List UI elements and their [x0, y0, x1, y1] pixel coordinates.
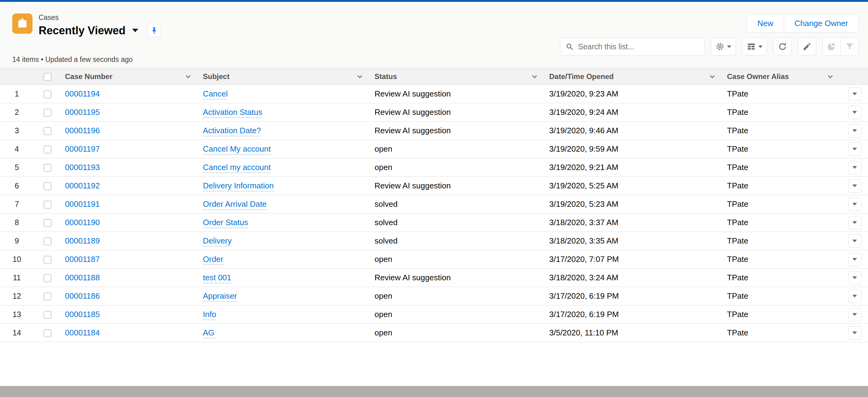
row-actions-button[interactable]	[848, 179, 862, 193]
subject-link[interactable]: Cancel	[203, 89, 228, 100]
select-all-checkbox[interactable]	[43, 73, 52, 81]
subject-link[interactable]: Info	[203, 310, 216, 320]
row-actions-button[interactable]	[848, 87, 862, 101]
subject-link[interactable]: test 001	[203, 273, 231, 283]
row-checkbox[interactable]	[43, 201, 52, 209]
case-number-link[interactable]: 00001189	[65, 236, 100, 245]
filter-button[interactable]	[840, 38, 859, 56]
case-number-link[interactable]: 00001187	[65, 255, 100, 264]
row-actions-button[interactable]	[848, 290, 862, 303]
case-number-link[interactable]: 00001193	[65, 163, 100, 172]
status-cell: Review AI suggestion	[371, 269, 546, 287]
table-row: 9 00001189 Delivery solved 3/18/2020, 3:…	[0, 232, 868, 250]
case-number-link[interactable]: 00001184	[65, 328, 100, 337]
row-number: 10	[0, 250, 34, 269]
subject-link[interactable]: Activation Date?	[203, 126, 261, 136]
row-actions-button[interactable]	[848, 253, 862, 266]
dropdown-triangle-icon	[852, 331, 857, 334]
case-owner-alias-cell: TPate	[723, 158, 841, 177]
case-number-link[interactable]: 00001194	[65, 89, 100, 98]
case-owner-alias-cell: TPate	[723, 140, 841, 158]
case-number-link[interactable]: 00001192	[65, 181, 100, 190]
search-input[interactable]	[578, 42, 700, 51]
list-view-dropdown-button[interactable]	[130, 27, 140, 34]
subject-link[interactable]: Cancel My account	[203, 144, 271, 155]
row-checkbox[interactable]	[43, 182, 52, 190]
row-checkbox[interactable]	[43, 219, 52, 227]
dropdown-triangle-icon	[852, 166, 857, 169]
subject-link[interactable]: Cancel my account	[203, 163, 271, 173]
list-search-box	[560, 38, 705, 56]
row-actions-button[interactable]	[848, 271, 862, 285]
row-actions-button[interactable]	[848, 216, 862, 229]
case-number-link[interactable]: 00001191	[65, 199, 100, 209]
date-time-opened-cell: 3/18/2020, 3:24 AM	[546, 269, 723, 287]
case-number-link[interactable]: 00001185	[65, 310, 100, 319]
status-cell: open	[371, 324, 546, 342]
edit-list-button[interactable]	[798, 38, 816, 56]
column-header-status[interactable]: Status	[371, 68, 546, 85]
column-header-case-number[interactable]: Case Number	[61, 68, 199, 85]
row-checkbox[interactable]	[43, 90, 52, 98]
date-time-opened-cell: 3/19/2020, 5:23 AM	[546, 195, 723, 213]
case-number-link[interactable]: 00001190	[65, 218, 100, 227]
case-owner-alias-cell: TPate	[723, 122, 841, 140]
subject-link[interactable]: Order Arrival Date	[203, 199, 267, 210]
row-actions-button[interactable]	[848, 161, 862, 174]
row-checkbox[interactable]	[43, 127, 52, 135]
case-number-link[interactable]: 00001195	[65, 107, 100, 117]
cases-object-icon	[12, 13, 32, 34]
subject-link[interactable]: Delivery	[203, 236, 232, 246]
table-body: 1 00001194 Cancel Review AI suggestion 3…	[0, 85, 868, 342]
row-number: 6	[0, 177, 34, 195]
row-actions-button[interactable]	[848, 142, 862, 156]
date-time-opened-cell: 3/17/2020, 7:07 PM	[546, 250, 723, 269]
case-number-link[interactable]: 00001186	[65, 291, 100, 300]
table-row: 7 00001191 Order Arrival Date solved 3/1…	[0, 195, 868, 213]
subject-link[interactable]: Delivery Information	[203, 181, 274, 192]
row-checkbox[interactable]	[43, 329, 52, 337]
row-actions-column-header	[841, 68, 868, 85]
row-actions-button[interactable]	[848, 308, 862, 321]
row-number: 11	[0, 269, 34, 287]
subject-link[interactable]: Order	[203, 255, 223, 265]
subject-link[interactable]: Activation Status	[203, 107, 262, 118]
table-row: 4 00001197 Cancel My account open 3/19/2…	[0, 140, 868, 158]
row-checkbox[interactable]	[43, 109, 52, 117]
date-time-opened-cell: 3/19/2020, 5:25 AM	[546, 177, 723, 195]
case-number-link[interactable]: 00001196	[65, 126, 100, 135]
charts-button[interactable]	[823, 38, 840, 56]
row-actions-button[interactable]	[848, 198, 862, 211]
column-header-subject[interactable]: Subject	[199, 68, 371, 85]
pin-list-view-button[interactable]	[148, 24, 161, 37]
row-checkbox[interactable]	[43, 274, 52, 282]
row-checkbox[interactable]	[43, 256, 52, 264]
row-actions-button[interactable]	[848, 326, 862, 340]
column-header-date-time-opened[interactable]: Date/Time Opened	[546, 68, 723, 85]
row-checkbox[interactable]	[43, 237, 52, 245]
row-checkbox[interactable]	[43, 145, 52, 154]
header-actions-area: New Change Owner	[560, 14, 859, 56]
new-button[interactable]: New	[747, 14, 784, 32]
case-number-link[interactable]: 00001197	[65, 144, 100, 154]
date-time-opened-cell: 3/17/2020, 6:19 PM	[546, 287, 723, 305]
case-number-link[interactable]: 00001188	[65, 273, 100, 282]
refresh-button[interactable]	[773, 38, 792, 56]
display-as-button[interactable]	[742, 38, 767, 56]
change-owner-button[interactable]: Change Owner	[784, 14, 859, 32]
column-header-case-owner-alias[interactable]: Case Owner Alias	[723, 68, 841, 85]
subject-link[interactable]: Appraiser	[203, 291, 237, 302]
subject-link[interactable]: Order Status	[203, 218, 248, 228]
row-actions-button[interactable]	[848, 124, 862, 137]
row-checkbox[interactable]	[43, 293, 52, 300]
subject-link[interactable]: AG	[203, 328, 215, 338]
case-owner-alias-cell: TPate	[723, 287, 841, 305]
case-owner-alias-cell: TPate	[723, 232, 841, 250]
table-header-row: Case Number Subject Status Date/Time Ope…	[0, 68, 868, 85]
row-actions-button[interactable]	[848, 106, 862, 119]
list-settings-button[interactable]	[711, 38, 736, 56]
row-checkbox[interactable]	[43, 311, 52, 319]
row-checkbox[interactable]	[43, 164, 52, 172]
row-actions-button[interactable]	[848, 234, 862, 248]
list-status-text: 14 items • Updated a few seconds ago	[12, 56, 133, 64]
